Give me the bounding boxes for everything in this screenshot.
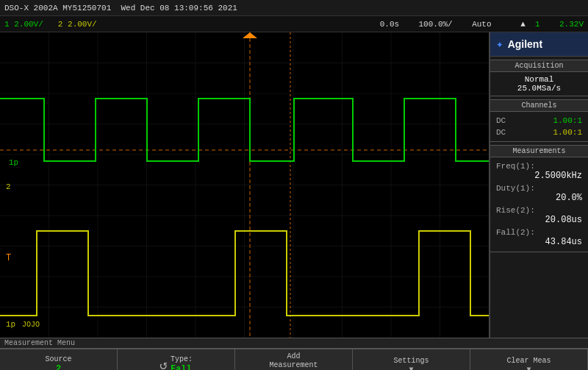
meas2-label: Duty(1): (496, 184, 535, 193)
meas2-value: 20.0% (496, 193, 582, 203)
source-value: 2 (56, 364, 61, 370)
ch2-coupling: DC (496, 128, 506, 137)
menu-section-label: Measurement Menu (4, 339, 75, 347)
type-button[interactable]: ↺ Type: Fall (118, 349, 235, 370)
meas3-value: 20.08us (496, 215, 582, 225)
svg-text:1p: 1p (6, 320, 15, 329)
meas4-value: 43.84us (496, 237, 582, 247)
add-measurement-button[interactable]: Add Measurement ▼ (235, 349, 353, 370)
svg-marker-21 (243, 32, 257, 38)
ch2-ratio: 1.00:1 (553, 128, 582, 137)
scope-datetime (111, 4, 121, 13)
menu-bar: Source 2 ↺ Type: Fall Add Measurement ▼ … (0, 348, 588, 370)
meas3-label: Rise(2): (496, 206, 535, 215)
measurements-section: Measurements Freq(1): 2.5000kHz Duty(1):… (490, 142, 588, 252)
meas1-value: 2.5000kHz (496, 171, 582, 181)
meas1-row: Freq(1): 2.5000kHz (496, 160, 582, 182)
channels-section: Channels DC 1.00:1 DC 1.00:1 (490, 96, 588, 142)
ch1-channel-row: DC 1.00:1 (496, 115, 582, 127)
type-value: Fall (171, 364, 192, 370)
scope-serial-val: MY51250701 (62, 4, 111, 13)
logo-text: Agilent (508, 38, 542, 50)
settings-label: Settings (393, 357, 429, 366)
ch1-coupling: DC (496, 116, 506, 125)
acquisition-header: Acquisition (490, 60, 588, 72)
acq-mode: Normal (496, 75, 582, 84)
clear-meas-arrow: ▼ (526, 366, 531, 371)
scope-datetime-val: Wed Dec 08 13:09:56 2021 (121, 4, 237, 13)
meas4-label: Fall(2): (496, 228, 535, 237)
type-refresh-icon: ↺ (159, 357, 168, 370)
ch1-ratio: 1.00:1 (553, 116, 582, 125)
agilent-icon: ✦ (496, 37, 503, 51)
ch1-indicator: 1 2.00V/ (4, 20, 43, 29)
meas4-row: Fall(2): 43.84us (496, 227, 582, 249)
svg-text:2: 2 (6, 182, 11, 191)
scope-model: DSO-X 2002A (4, 4, 58, 13)
scope-serial (58, 4, 63, 13)
settings-button[interactable]: Settings ▼ (353, 349, 470, 370)
meas2-row: Duty(1): 20.0% (496, 182, 582, 204)
status-bar: DSO-X 2002A MY51250701 Wed Dec 08 13:09:… (0, 0, 588, 16)
svg-text:1p: 1p (9, 158, 18, 167)
acq-rate: 25.0MSa/s (496, 84, 582, 93)
right-panel: ✦ Agilent Acquisition Normal 25.0MSa/s C… (489, 32, 588, 338)
source-label: Source (45, 355, 71, 364)
measurements-header: Measurements (490, 145, 588, 157)
logo-area: ✦ Agilent (490, 32, 588, 57)
svg-text:JOJO: JOJO (22, 321, 40, 329)
clear-meas-button[interactable]: Clear Meas ▼ (470, 349, 588, 370)
clear-meas-label: Clear Meas (506, 357, 551, 366)
channels-header: Channels (490, 99, 588, 112)
meas1-label: Freq(1): (496, 162, 535, 171)
type-label: Type: (171, 355, 193, 364)
acquisition-section: Acquisition Normal 25.0MSa/s (490, 57, 588, 96)
scope-display: 1p 1p T 2 JOJO (0, 32, 489, 338)
ch2-indicator: 2 2.00V/ (58, 20, 97, 29)
add-measurement-label: Add Measurement (269, 352, 318, 370)
svg-text:T: T (6, 253, 11, 263)
settings-arrow: ▼ (409, 366, 413, 371)
channel-bar: 1 2.00V/ 2 2.00V/ 0.0s 100.0%/ Auto ▲ 1 … (0, 16, 588, 32)
main-area: 1p 1p T 2 JOJO ✦ Agilent Acquisition Nor… (0, 32, 588, 338)
waveform-display: 1p 1p T 2 JOJO (0, 32, 489, 338)
time-display: 0.0s 100.0%/ Auto ▲ 1 2.32V (380, 20, 584, 29)
source-button[interactable]: Source 2 (0, 349, 118, 370)
meas3-row: Rise(2): 20.08us (496, 204, 582, 227)
ch2-channel-row: DC 1.00:1 (496, 127, 582, 138)
